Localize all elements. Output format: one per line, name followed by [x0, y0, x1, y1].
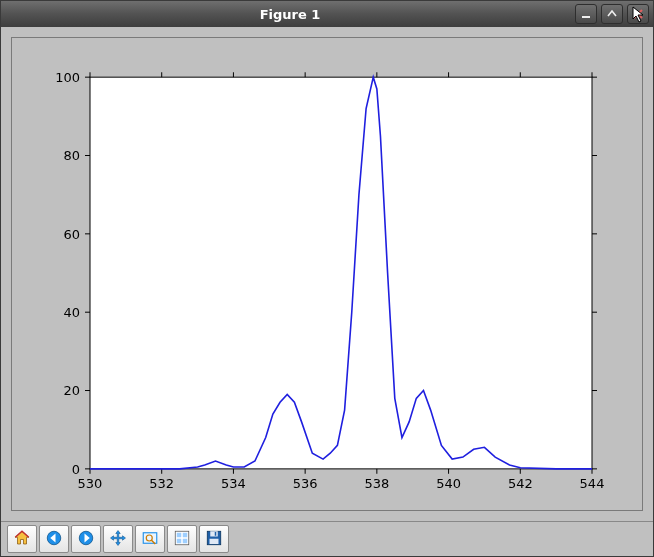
xtick-label: 540 — [436, 477, 461, 492]
window-close-button[interactable] — [627, 4, 649, 24]
app-window: Figure 1 0204060801005305325345365385405… — [0, 0, 654, 557]
axes-frame — [90, 77, 592, 469]
svg-rect-42 — [210, 531, 218, 536]
client-area: 020406080100530532534536538540542544 — [1, 27, 653, 556]
ytick-label: 0 — [72, 462, 80, 477]
ytick-label: 20 — [63, 384, 80, 399]
ytick-label: 100 — [55, 70, 80, 85]
toolbar-save-button[interactable] — [199, 525, 229, 553]
ytick-label: 60 — [63, 227, 80, 242]
pan-icon — [109, 529, 127, 550]
chart-svg: 020406080100530532534536538540542544 — [12, 38, 642, 510]
svg-rect-39 — [177, 538, 182, 543]
svg-rect-38 — [183, 532, 188, 537]
xtick-label: 532 — [149, 477, 174, 492]
ytick-label: 80 — [63, 149, 80, 164]
xtick-label: 544 — [580, 477, 605, 492]
xtick-label: 536 — [293, 477, 318, 492]
save-icon — [205, 529, 223, 550]
xtick-label: 530 — [78, 477, 103, 492]
svg-rect-43 — [215, 532, 217, 536]
ytick-label: 40 — [63, 305, 80, 320]
toolbar-back-button[interactable] — [39, 525, 69, 553]
zoom-rect-icon — [141, 529, 159, 550]
window-minimize-button[interactable] — [575, 4, 597, 24]
window-maximize-button[interactable] — [601, 4, 623, 24]
figure-canvas[interactable]: 020406080100530532534536538540542544 — [11, 37, 643, 511]
matplotlib-toolbar — [1, 521, 653, 556]
figure-wrap: 020406080100530532534536538540542544 — [1, 27, 653, 521]
xtick-label: 542 — [508, 477, 533, 492]
xtick-label: 538 — [364, 477, 389, 492]
svg-rect-44 — [210, 538, 219, 543]
svg-rect-37 — [177, 532, 182, 537]
xtick-label: 534 — [221, 477, 246, 492]
arrow-right-icon — [77, 529, 95, 550]
toolbar-forward-button[interactable] — [71, 525, 101, 553]
arrow-left-icon — [45, 529, 63, 550]
subplots-icon — [173, 529, 191, 550]
toolbar-zoom-button[interactable] — [135, 525, 165, 553]
toolbar-pan-button[interactable] — [103, 525, 133, 553]
toolbar-subplots-button[interactable] — [167, 525, 197, 553]
window-title: Figure 1 — [260, 7, 321, 22]
titlebar[interactable]: Figure 1 — [1, 1, 653, 27]
svg-rect-40 — [183, 538, 188, 543]
svg-rect-33 — [143, 532, 157, 543]
home-icon — [13, 529, 31, 550]
toolbar-home-button[interactable] — [7, 525, 37, 553]
